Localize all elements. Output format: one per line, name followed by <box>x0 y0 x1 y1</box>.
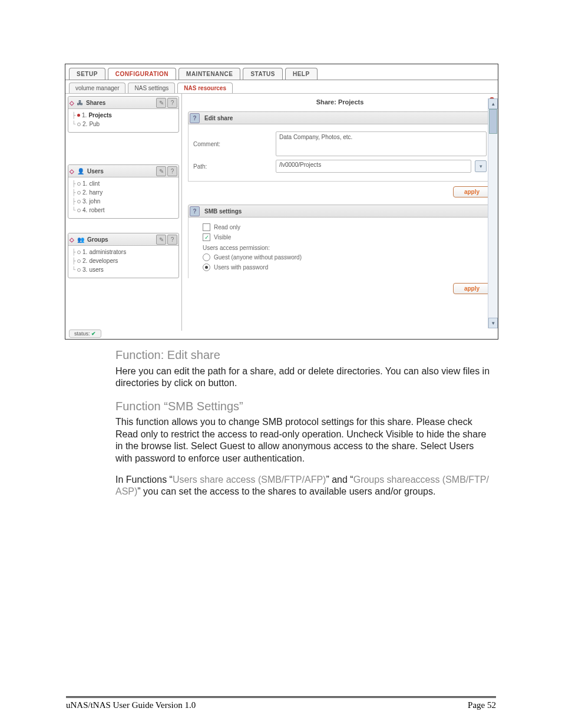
tree-item-administrators[interactable]: ├1. administrators <box>72 248 176 256</box>
vertical-scrollbar[interactable]: ▴ ▾ <box>488 98 498 328</box>
help-icon[interactable]: ? <box>190 206 200 216</box>
tree-item-clint[interactable]: ├1. clint <box>72 179 176 188</box>
tree-item-john[interactable]: ├3. john <box>72 197 176 206</box>
expand-icon[interactable]: ◇ <box>70 100 74 106</box>
section-smb-settings: ? SMB settings <box>188 205 492 218</box>
sidebar: ◇🖧Shares ✎? ├1. Projects └2. Pub ◇👤Users… <box>65 94 182 331</box>
edit-icon[interactable]: ✎ <box>156 235 166 245</box>
heading-smb-settings: Function “SMB Settings” <box>115 399 492 414</box>
para-functions: In Functions “Users share access (SMB/FT… <box>115 474 492 498</box>
tree-item-projects[interactable]: ├1. Projects <box>72 111 176 120</box>
user-icon: 👤 <box>77 168 84 174</box>
section-smb-title: SMB settings <box>204 208 242 215</box>
tab-configuration[interactable]: CONFIGURATION <box>108 68 176 80</box>
tab-status[interactable]: STATUS <box>243 68 283 80</box>
main-tabs: SETUP CONFIGURATION MAINTENANCE STATUS H… <box>65 64 498 80</box>
para-smb-settings: This function allows you to change SMB p… <box>115 416 492 465</box>
footer-title: uNAS/tNAS User Guide Version 1.0 <box>66 700 196 710</box>
edit-icon[interactable]: ✎ <box>156 166 166 176</box>
footer-page: Page 52 <box>468 700 496 710</box>
visible-checkbox[interactable]: ✓ <box>203 233 210 241</box>
panel-groups-title: Groups <box>87 236 108 243</box>
path-dropdown-button[interactable]: ▾ <box>475 160 487 172</box>
para-edit-share: Here you can edit the path for a share, … <box>115 365 492 390</box>
tree-item-harry[interactable]: ├2. harry <box>72 188 176 197</box>
status-label: status: <box>74 331 90 337</box>
panel-users: ◇👤Users ✎? ├1. clint ├2. harry ├3. john … <box>68 164 179 219</box>
readonly-label: Read only <box>214 224 240 230</box>
tree-item-pub[interactable]: └2. Pub <box>72 120 176 129</box>
guest-row[interactable]: Guest (anyone without password) <box>203 253 487 261</box>
document-body: Function: Edit share Here you can edit t… <box>115 348 492 508</box>
comment-label: Comment: <box>193 141 276 147</box>
section-edit-share-title: Edit share <box>204 115 233 121</box>
users-pw-radio[interactable] <box>203 263 210 271</box>
panel-shares: ◇🖧Shares ✎? ├1. Projects └2. Pub <box>68 96 179 133</box>
app-screenshot: SETUP CONFIGURATION MAINTENANCE STATUS H… <box>65 64 498 340</box>
scroll-down-icon[interactable]: ▾ <box>488 318 498 328</box>
scroll-up-icon[interactable]: ▴ <box>488 98 498 109</box>
help-icon[interactable]: ? <box>190 113 200 123</box>
readonly-row[interactable]: Read only <box>203 223 487 231</box>
shares-icon: 🖧 <box>77 100 83 106</box>
link-users-share-access: Users share access (SMB/FTP/AFP) <box>173 475 326 485</box>
heading-edit-share: Function: Edit share <box>115 348 492 363</box>
section-edit-share: ? Edit share <box>188 111 492 124</box>
tree-item-users[interactable]: └3. users <box>72 265 176 274</box>
sub-tabs: volume manager NAS settings NAS resource… <box>65 80 498 94</box>
guest-radio[interactable] <box>203 253 210 261</box>
apply-smb-button[interactable]: apply <box>453 283 491 294</box>
subtab-nas-settings[interactable]: NAS settings <box>128 83 175 93</box>
share-title: Share: Projects <box>188 98 492 106</box>
tree-item-developers[interactable]: ├2. developers <box>72 256 176 265</box>
scroll-thumb[interactable] <box>489 109 497 134</box>
help-icon[interactable]: ? <box>167 235 177 245</box>
page-footer: uNAS/tNAS User Guide Version 1.0 Page 52 <box>66 696 496 710</box>
main-content: Share: Projects ? Edit share Comment: Da… <box>182 94 498 331</box>
panel-groups: ◇👥Groups ✎? ├1. administrators ├2. devel… <box>68 233 179 278</box>
expand-icon[interactable]: ◇ <box>70 236 74 243</box>
path-input[interactable]: /lv0000/Projects <box>276 160 471 173</box>
tab-maintenance[interactable]: MAINTENANCE <box>178 68 240 80</box>
comment-input[interactable]: Data Company, Photos, etc. <box>276 131 487 156</box>
edit-icon[interactable]: ✎ <box>156 98 166 108</box>
subtab-volume-manager[interactable]: volume manager <box>69 83 125 93</box>
tab-setup[interactable]: SETUP <box>69 68 105 80</box>
path-label: Path: <box>193 163 276 170</box>
tree-item-robert[interactable]: └4. robert <box>72 206 176 215</box>
guest-label: Guest (anyone without password) <box>214 254 302 261</box>
users-pw-row[interactable]: Users with password <box>203 263 487 271</box>
permission-label: Users access permission: <box>203 245 487 251</box>
apply-edit-button[interactable]: apply <box>453 186 491 197</box>
subtab-nas-resources[interactable]: NAS resources <box>177 83 233 93</box>
visible-label: Visible <box>214 234 231 241</box>
readonly-checkbox[interactable] <box>203 223 210 231</box>
users-pw-label: Users with password <box>214 264 268 271</box>
panel-users-title: Users <box>87 168 104 174</box>
status-ok-icon: ✔ <box>91 331 96 337</box>
expand-icon[interactable]: ◇ <box>70 168 74 174</box>
help-icon[interactable]: ? <box>167 98 177 108</box>
help-icon[interactable]: ? <box>167 166 177 176</box>
tab-help[interactable]: HELP <box>285 68 318 80</box>
status-bar: status: ✔ <box>69 330 101 338</box>
panel-shares-title: Shares <box>86 100 105 106</box>
chevron-down-icon: ▾ <box>480 163 482 169</box>
groups-icon: 👥 <box>77 236 84 243</box>
visible-row[interactable]: ✓ Visible <box>203 233 487 241</box>
